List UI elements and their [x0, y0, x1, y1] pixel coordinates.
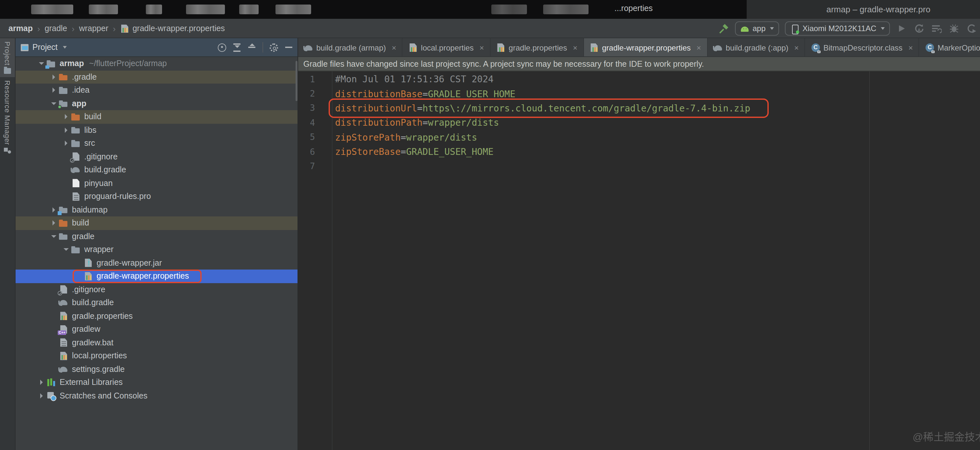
window-title: armap – gradle-wrapper.pro — [826, 5, 931, 14]
folder-icon — [59, 86, 68, 95]
tree-row[interactable]: C++gradlew — [16, 323, 298, 336]
tree-chevron[interactable] — [38, 62, 45, 65]
tree-chevron[interactable] — [38, 393, 45, 399]
code-line[interactable]: 1 #Mon Jul 01 17:51:36 CST 2024 — [298, 72, 980, 86]
debug-icon[interactable] — [948, 23, 960, 34]
tree-row[interactable]: baidumap — [16, 203, 298, 216]
tree-row[interactable]: src — [16, 137, 298, 150]
breadcrumb-item[interactable]: wrapper — [79, 24, 108, 33]
code-line[interactable]: 6 zipStoreBase=GRADLE_USER_HOME — [298, 145, 980, 159]
collapse-all-icon[interactable] — [248, 43, 256, 51]
settings-gear-icon[interactable] — [270, 43, 278, 51]
close-icon[interactable]: × — [573, 43, 578, 52]
locate-icon[interactable] — [218, 43, 226, 51]
code-line[interactable]: 2 distributionBase=GRADLE_USER_HOME — [298, 86, 980, 101]
tree-row[interactable]: pinyuan — [16, 177, 298, 190]
stripe-button-resource-manager[interactable]: Resource Manager — [0, 77, 15, 157]
redacted-status-item — [543, 5, 589, 14]
tree-row[interactable]: settings.gradle — [16, 363, 298, 376]
tree-row[interactable]: libs — [16, 123, 298, 137]
run-icon[interactable] — [896, 23, 907, 34]
tree-row[interactable]: gradlew.bat — [16, 336, 298, 349]
tree-row[interactable]: build.gradle — [16, 296, 298, 309]
tree-row-label: gradlew — [72, 325, 100, 334]
properties-file-icon — [409, 43, 418, 52]
editor-tab[interactable]: gradle.properties × — [491, 38, 584, 57]
hide-icon[interactable] — [285, 43, 293, 51]
project-folder-icon — [4, 68, 11, 74]
tree-row[interactable]: build — [16, 216, 298, 230]
gradle-file-icon — [71, 165, 80, 175]
code-segment: = — [401, 146, 406, 157]
tree-chevron[interactable] — [50, 102, 58, 105]
tree-chevron[interactable] — [62, 141, 70, 146]
apply-changes-icon[interactable]: A — [913, 23, 925, 34]
close-icon[interactable]: × — [794, 43, 799, 52]
project-panel-header: Project — [16, 38, 298, 57]
tree-row[interactable]: build.gradle — [16, 163, 298, 177]
tree-row[interactable]: proguard-rules.pro — [16, 190, 298, 203]
code-line[interactable]: 7 — [298, 159, 980, 174]
breadcrumb-item[interactable]: gradle — [45, 24, 67, 33]
tree-row[interactable]: External Libraries — [16, 376, 298, 389]
attach-debugger-icon[interactable] — [966, 23, 977, 34]
code-segment: zipStorePath — [335, 132, 401, 143]
profiler-icon[interactable] — [931, 23, 942, 34]
tree-row[interactable]: .gitignore — [16, 283, 298, 296]
tree-row[interactable]: Scratches and Consoles — [16, 389, 298, 402]
tree-row[interactable]: gradle-wrapper.properties — [16, 270, 298, 283]
tree-row[interactable]: gradle-wrapper.jar — [16, 256, 298, 270]
editor-tab[interactable]: build.gradle (armap) × — [298, 38, 403, 57]
tree-row-label: src — [84, 139, 95, 148]
device-selector[interactable]: Xiaomi M2012K11AC — [785, 21, 890, 36]
tree-row[interactable]: app — [16, 97, 298, 110]
tree-row-label: gradle-wrapper.jar — [97, 259, 162, 267]
hammer-icon[interactable] — [718, 23, 729, 34]
editor-tab[interactable]: gradle-wrapper.properties × — [584, 38, 708, 57]
code-line[interactable]: 3 distributionUrl=https\://mirrors.cloud… — [298, 101, 980, 116]
tree-chevron[interactable] — [38, 380, 45, 385]
tree-chevron[interactable] — [50, 235, 58, 238]
editor-tab[interactable]: build.gradle (:app) × — [708, 38, 805, 57]
tree-chevron[interactable] — [50, 88, 58, 93]
project-view-selector[interactable]: Project — [21, 43, 67, 52]
stripe-button-project[interactable]: Project — [0, 38, 15, 77]
close-icon[interactable]: × — [392, 43, 396, 52]
code-editor[interactable]: 1 #Mon Jul 01 17:51:36 CST 2024 2 distri… — [298, 71, 980, 450]
redacted-menu-item — [31, 5, 73, 14]
tool-window-stripe: Project Resource Manager — [0, 38, 16, 450]
breadcrumb-item[interactable]: armap — [8, 24, 33, 33]
editor-tab[interactable]: local.properties × — [403, 38, 491, 57]
breadcrumb-item[interactable]: gradle-wrapper.properties — [132, 24, 225, 33]
tree-chevron[interactable] — [62, 128, 70, 133]
tree-row-label: app — [72, 99, 86, 108]
tree-row[interactable]: build — [16, 110, 298, 123]
tree-row-label: .gradle — [72, 73, 97, 82]
expand-all-icon[interactable] — [233, 43, 241, 51]
tree-chevron[interactable] — [50, 221, 58, 226]
run-config-selector[interactable]: app — [735, 21, 779, 36]
close-icon[interactable]: × — [697, 43, 701, 52]
tree-row[interactable]: .gradle — [16, 70, 298, 84]
redacted-status-item — [491, 5, 527, 14]
tree-chevron[interactable] — [50, 207, 58, 213]
tree-row[interactable]: .gitignore — [16, 150, 298, 163]
tree-row[interactable]: gradle — [16, 230, 298, 243]
close-icon[interactable]: × — [480, 43, 484, 52]
folder-excluded-icon — [59, 73, 68, 82]
tree-row[interactable]: .idea — [16, 84, 298, 97]
tree-row[interactable]: armap~/flutterProject/armap — [16, 57, 298, 70]
tree-chevron[interactable] — [62, 114, 70, 119]
tree-chevron[interactable] — [62, 248, 70, 251]
tree-row[interactable]: local.properties — [16, 349, 298, 363]
tree-chevron[interactable] — [50, 75, 58, 80]
editor-tab[interactable]: MarkerOptions.class × — [920, 38, 980, 57]
code-line[interactable]: 4 distributionPath=wrapper/dists — [298, 115, 980, 130]
close-icon[interactable]: × — [908, 43, 913, 52]
code-line[interactable]: 5 zipStorePath=wrapper/dists — [298, 130, 980, 145]
tree-row[interactable]: gradle.properties — [16, 309, 298, 323]
tree-row[interactable]: wrapper — [16, 243, 298, 256]
editor-tab[interactable]: BitmapDescriptor.class × — [805, 38, 920, 57]
code-segment: wrapper/dists — [406, 132, 477, 143]
properties-file-icon — [496, 43, 506, 52]
